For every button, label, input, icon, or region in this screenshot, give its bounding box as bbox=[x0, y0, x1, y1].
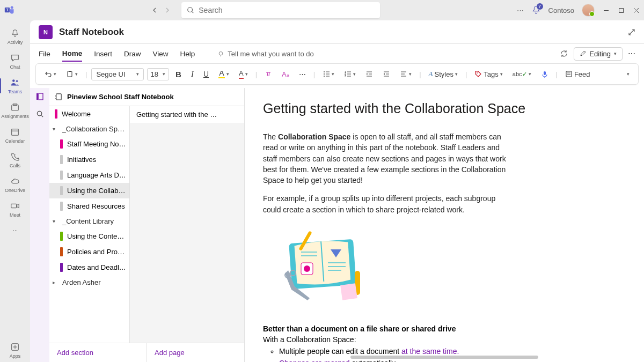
dictate-button[interactable] bbox=[538, 68, 552, 80]
ribbon-tab-file[interactable]: File bbox=[39, 47, 50, 61]
rail-activity[interactable]: Activity bbox=[0, 25, 30, 48]
rail-meet[interactable]: Meet bbox=[0, 197, 30, 221]
ribbon-tab-view[interactable]: View bbox=[153, 47, 169, 61]
tags-button[interactable]: Tags▾ bbox=[471, 68, 506, 80]
section-initiatives[interactable]: Initiatives bbox=[49, 152, 129, 167]
spellcheck-button[interactable]: abc✓▾ bbox=[509, 69, 535, 80]
svg-point-9 bbox=[12, 79, 15, 82]
paste-button[interactable]: ▾ bbox=[63, 68, 81, 80]
svg-point-22 bbox=[324, 71, 325, 72]
chevron-right-icon: ▸ bbox=[53, 279, 58, 285]
pages-list: Getting started with the … bbox=[130, 106, 244, 343]
tell-me-search[interactable]: Tell me what you want to do bbox=[217, 50, 313, 58]
rail-more[interactable]: ⋯ bbox=[0, 222, 30, 239]
svg-point-59 bbox=[304, 265, 310, 272]
ribbon-expand-icon[interactable]: ▾ bbox=[624, 69, 633, 79]
feed-icon bbox=[565, 70, 573, 78]
org-name: Contoso bbox=[548, 6, 574, 14]
svg-rect-44 bbox=[544, 71, 546, 75]
section-staff-meeting[interactable]: Staff Meeting Notes bbox=[49, 136, 129, 152]
ribbon-tab-insert[interactable]: Insert bbox=[94, 47, 112, 61]
rail-label: Apps bbox=[10, 353, 21, 359]
window-maximize-icon[interactable] bbox=[617, 6, 625, 14]
rail-apps[interactable]: Apps bbox=[0, 338, 30, 362]
search-notebook-icon[interactable] bbox=[34, 108, 45, 119]
section-lang-arts[interactable]: Language Arts Dep… bbox=[49, 167, 129, 183]
nav-forward-icon[interactable] bbox=[164, 7, 171, 13]
window-close-icon[interactable] bbox=[632, 6, 640, 14]
numbering-button[interactable]: 123▾ bbox=[341, 68, 359, 80]
rail-chat[interactable]: Chat bbox=[0, 49, 30, 73]
undo-button[interactable]: ▾ bbox=[41, 68, 60, 80]
rail-label: Calls bbox=[10, 163, 20, 168]
section-welcome[interactable]: Welcome bbox=[49, 106, 129, 122]
rail-calendar[interactable]: Calendar bbox=[0, 123, 30, 147]
ribbon-tab-home[interactable]: Home bbox=[62, 46, 83, 62]
apps-icon bbox=[10, 342, 20, 352]
paragraph: For example, if a group splits up into d… bbox=[263, 193, 510, 215]
italic-button[interactable]: I bbox=[188, 68, 197, 81]
section-group-content[interactable]: ▾_Content Library bbox=[49, 214, 129, 228]
search-input[interactable] bbox=[199, 6, 375, 14]
bullet-list: Multiple people can edit a document at t… bbox=[263, 346, 626, 362]
page-canvas[interactable]: Getting started with the Collaboration S… bbox=[245, 88, 644, 362]
bullets-button[interactable]: ▾ bbox=[319, 68, 338, 80]
section-shared-res[interactable]: Shared Resources bbox=[49, 198, 129, 214]
section-dates[interactable]: Dates and Deadlines bbox=[49, 260, 129, 275]
nav-toggle-icon[interactable] bbox=[34, 91, 45, 102]
section-group-arden[interactable]: ▸Arden Asher bbox=[49, 275, 129, 290]
editing-mode-button[interactable]: Editing ▾ bbox=[574, 47, 623, 61]
rail-teams[interactable]: Teams bbox=[0, 74, 30, 98]
underline-button[interactable]: U bbox=[200, 68, 212, 80]
video-icon bbox=[10, 201, 20, 211]
illustration bbox=[266, 223, 374, 308]
more-icon[interactable]: ⋯ bbox=[517, 6, 524, 14]
ribbon-tab-help[interactable]: Help bbox=[180, 47, 195, 61]
page-title: Getting started with the Collaboration S… bbox=[263, 101, 626, 116]
font-color-button[interactable]: A▾ bbox=[236, 67, 251, 81]
formatting-toolbar: ▾ ▾ | Segoe UI▾ 18▾ B I U ▾ A▾ | Aₐ ⋯ | … bbox=[35, 63, 639, 85]
sync-icon[interactable] bbox=[560, 49, 568, 58]
window-minimize-icon[interactable] bbox=[602, 6, 610, 14]
notebook-title-row[interactable]: Pineview School Staff Notebook bbox=[49, 88, 244, 106]
outdent-button[interactable] bbox=[362, 68, 376, 80]
highlight-button[interactable]: ▾ bbox=[215, 68, 232, 80]
feed-button[interactable]: Feed bbox=[562, 68, 594, 80]
phone-icon bbox=[10, 151, 20, 162]
font-family-select[interactable]: Segoe UI▾ bbox=[91, 68, 143, 80]
notifications-button[interactable]: 7 bbox=[531, 5, 541, 15]
nav-back-icon[interactable] bbox=[151, 7, 158, 13]
format-painter-button[interactable]: Aₐ bbox=[279, 68, 292, 80]
svg-rect-20 bbox=[68, 71, 72, 77]
ribbon-tab-draw[interactable]: Draw bbox=[124, 47, 141, 61]
rail-assignments[interactable]: Assignments bbox=[0, 99, 30, 122]
collapse-icon[interactable] bbox=[628, 28, 635, 36]
avatar[interactable] bbox=[582, 4, 595, 17]
add-page-button[interactable]: Add page bbox=[147, 343, 244, 362]
rail-calls[interactable]: Calls bbox=[0, 148, 30, 172]
search-box[interactable] bbox=[181, 2, 380, 18]
subheading: Better than a document on a file share o… bbox=[263, 324, 626, 333]
rail-onedrive[interactable]: OneDrive bbox=[0, 173, 30, 196]
section-using-content[interactable]: Using the Content … bbox=[49, 228, 129, 244]
rail-label: OneDrive bbox=[5, 188, 25, 193]
add-section-button[interactable]: Add section bbox=[49, 343, 147, 362]
rail-label: Meet bbox=[10, 212, 20, 218]
more-format-icon[interactable]: ⋯ bbox=[296, 68, 309, 80]
section-using-collab[interactable]: Using the Collabora… bbox=[49, 183, 129, 198]
paragraph: The Collaboration Space is open to all s… bbox=[263, 131, 510, 186]
teams-logo-icon: T bbox=[4, 5, 15, 16]
section-group-collab[interactable]: ▾_Collaboration Space bbox=[49, 122, 129, 136]
clear-format-button[interactable] bbox=[261, 68, 275, 80]
bold-button[interactable]: B bbox=[172, 68, 185, 81]
more-options-icon[interactable]: ⋯ bbox=[628, 49, 635, 58]
align-button[interactable]: ▾ bbox=[397, 68, 415, 80]
indent-button[interactable] bbox=[379, 68, 393, 80]
page-item[interactable]: Getting started with the … bbox=[130, 106, 244, 123]
horizontal-scrollbar[interactable] bbox=[350, 356, 538, 359]
chevron-down-icon: ▾ bbox=[53, 218, 58, 224]
section-policies[interactable]: Policies and Proced… bbox=[49, 244, 129, 260]
font-size-select[interactable]: 18▾ bbox=[147, 68, 169, 80]
pencil-icon bbox=[580, 50, 586, 57]
styles-button[interactable]: AStyles▾ bbox=[426, 68, 461, 80]
